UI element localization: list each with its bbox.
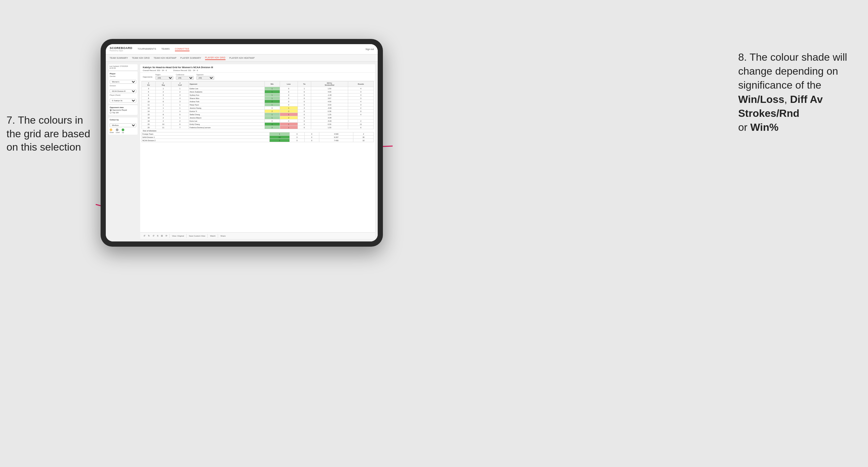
ood-loss: 0 bbox=[290, 136, 304, 139]
cell-tie: 0 bbox=[298, 110, 311, 113]
share-btn[interactable]: Share bbox=[219, 235, 226, 237]
dot-level: Level bbox=[116, 128, 120, 133]
copy-btn[interactable]: ⎘ bbox=[156, 234, 159, 237]
ood-win: 1 bbox=[269, 132, 290, 136]
cell-diff: 0.38 bbox=[311, 110, 348, 113]
subnav-player-h2h-heatmap[interactable]: PLAYER H2H HEATMAP bbox=[229, 56, 255, 60]
undo2-btn[interactable]: ↺ bbox=[152, 234, 155, 238]
cell-div: 10 bbox=[142, 100, 156, 103]
bottom-toolbar: ↺ ↻ ↺ ⎘ ⊞ ⟳ View: Original Save Custom V… bbox=[140, 232, 375, 239]
ood-name: NCAA Division 2 bbox=[142, 139, 270, 142]
cell-tie: 0 bbox=[298, 123, 311, 126]
ood-rounds: 10 bbox=[353, 139, 374, 142]
cell-win: 2 bbox=[265, 110, 280, 113]
nav-committee[interactable]: COMMITTEE bbox=[175, 47, 189, 51]
cell-tie: 2 bbox=[298, 106, 311, 110]
undo-btn[interactable]: ↺ bbox=[143, 234, 146, 238]
subnav-player-h2h-grid[interactable]: PLAYER H2H GRID bbox=[205, 56, 225, 60]
cell-opponent: Heejo Hyun bbox=[189, 103, 265, 106]
cell-rounds: 9 bbox=[348, 110, 374, 113]
save-custom[interactable]: Save Custom View bbox=[188, 235, 206, 237]
cell-div: 14 bbox=[142, 110, 156, 113]
view-original[interactable]: View: Original bbox=[171, 235, 185, 237]
cell-reg: 7 bbox=[155, 110, 171, 113]
division-select[interactable]: NCAA Division III bbox=[110, 89, 136, 93]
dot-level-icon bbox=[116, 128, 118, 131]
subnav-team-h2h-heatmap[interactable]: TEAM H2H HEATMAP bbox=[153, 56, 176, 60]
paste-btn[interactable]: ⊞ bbox=[160, 234, 163, 238]
refresh-btn[interactable]: ⟳ bbox=[165, 234, 168, 238]
grid-header: Katelyn Vo Head-to-Head Grid for Women's… bbox=[140, 64, 375, 73]
sub-nav: TEAM SUMMARY TEAM H2H GRID TEAM H2H HEAT… bbox=[106, 55, 378, 62]
cell-conf: 4 bbox=[171, 97, 189, 100]
ood-tie: 0 bbox=[304, 139, 319, 142]
ood-tie: 0 bbox=[304, 132, 319, 136]
nav-items: TOURNAMENTS TEAMS COMMITTEE bbox=[137, 47, 365, 51]
nav-right: Sign out bbox=[365, 48, 374, 50]
data-table-wrapper: #Div #Reg #Conf Opponent Win Loss Tie Di… bbox=[140, 81, 375, 232]
table-row: 13 1 1 Jessica Huang 0 1 2 -3.00 2 bbox=[142, 106, 374, 110]
watch-btn[interactable]: Watch bbox=[209, 235, 216, 237]
opponents-label: Opponents: bbox=[143, 76, 153, 78]
out-of-division-table: Foreign Team 1 0 0 4.500 2 NAIA Division… bbox=[142, 132, 374, 142]
ood-table-row: NCAA Division 2 5 0 0 7.400 10 bbox=[142, 139, 374, 142]
table-row: 14 7 4 Eunice Yi 2 2 0 0.38 9 bbox=[142, 110, 374, 113]
cell-reg: 10 bbox=[155, 123, 171, 126]
colour-section: Colour by Win/loss Down Level bbox=[108, 118, 137, 135]
main-table: #Div #Reg #Conf Opponent Win Loss Tie Di… bbox=[142, 81, 374, 129]
cell-div: 18 bbox=[142, 119, 156, 123]
last-updated: Last Updated: 27/03/2024 16:55:38 bbox=[108, 64, 137, 70]
cell-win: 4 bbox=[265, 123, 280, 126]
ood-loss: 0 bbox=[290, 139, 304, 142]
radio-opponents-played[interactable]: Opponents Played bbox=[110, 109, 136, 111]
opponent-select[interactable]: (All) bbox=[196, 76, 214, 80]
cell-reg: 2 bbox=[155, 116, 171, 119]
cell-tie: 0 bbox=[298, 93, 311, 97]
cell-diff: 0.30 bbox=[311, 123, 348, 126]
cell-diff: 4.00 bbox=[311, 100, 348, 103]
cell-rounds: 11 bbox=[348, 123, 374, 126]
colour-by-select[interactable]: Win/loss bbox=[110, 123, 136, 127]
cell-opponent: Stella Cheng bbox=[189, 113, 265, 116]
cell-conf: 3 bbox=[171, 93, 189, 97]
opponent-label: Opponent bbox=[196, 74, 214, 75]
col-rounds: Rounds bbox=[348, 82, 374, 87]
cell-diff: -1.00 bbox=[311, 93, 348, 97]
region-select[interactable]: (All) bbox=[155, 76, 173, 80]
ood-diff: 4.500 bbox=[319, 132, 353, 136]
redo-btn[interactable]: ↻ bbox=[147, 234, 151, 238]
cell-diff: 1.33 bbox=[311, 126, 348, 129]
cell-win: 1 bbox=[265, 87, 280, 90]
cell-conf: 1 bbox=[171, 87, 189, 90]
table-row: 5 2 2 Alexis Sudjianto 1 0 0 4.00 3 bbox=[142, 90, 374, 93]
cell-div: 13 bbox=[142, 106, 156, 110]
col-reg: #Reg bbox=[155, 82, 171, 87]
subnav-team-h2h-grid[interactable]: TEAM H2H GRID bbox=[132, 56, 150, 60]
cell-loss: 0 bbox=[280, 103, 298, 106]
cell-win: 0 bbox=[265, 119, 280, 123]
player-rank-select[interactable]: 8. Katelyn Vo bbox=[110, 99, 136, 102]
main-content: Last Updated: 27/03/2024 16:55:38 Player… bbox=[106, 62, 378, 242]
conference-select[interactable]: (All) bbox=[176, 76, 194, 80]
cell-rounds: 3 bbox=[348, 103, 374, 106]
ood-diff: 9.267 bbox=[319, 136, 353, 139]
radio-group: Opponents Played Top 100 bbox=[110, 109, 136, 114]
nav-tournaments[interactable]: TOURNAMENTS bbox=[137, 47, 156, 51]
cell-reg: 1 bbox=[155, 97, 171, 100]
cell-conf: 1 bbox=[171, 106, 189, 110]
filter-conference: Conference (All) bbox=[176, 74, 194, 80]
cell-reg: 1 bbox=[155, 103, 171, 106]
subnav-player-summary[interactable]: PLAYER SUMMARY bbox=[180, 56, 201, 60]
gender-select[interactable]: Women's bbox=[110, 80, 136, 84]
cell-reg: 1 bbox=[155, 87, 171, 90]
ood-win: 5 bbox=[269, 139, 290, 142]
annotation-right: 8. The colour shade will change dependin… bbox=[738, 50, 862, 134]
subnav-team-summary[interactable]: TEAM SUMMARY bbox=[110, 56, 128, 60]
table-row: 9 1 4 Sharon Mun 1 0 0 3.67 3 bbox=[142, 97, 374, 100]
cell-rounds: 4 bbox=[348, 87, 374, 90]
nav-sign-out[interactable]: Sign out bbox=[365, 48, 374, 50]
radio-top100[interactable]: Top 100 bbox=[110, 112, 136, 114]
cell-reg: 3 bbox=[155, 93, 171, 97]
cell-conf: 1 bbox=[171, 116, 189, 119]
nav-teams[interactable]: TEAMS bbox=[161, 47, 170, 51]
